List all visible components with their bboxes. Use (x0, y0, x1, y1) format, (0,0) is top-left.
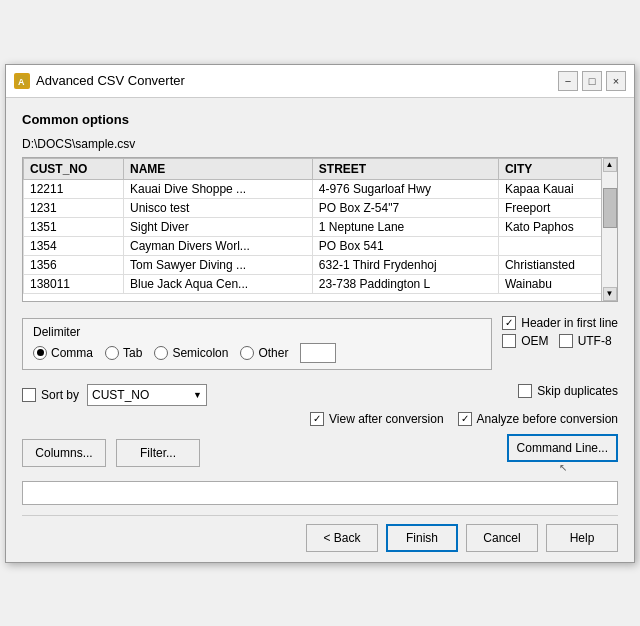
table-cell: 1354 (24, 236, 124, 255)
bottom-buttons: < Back Finish Cancel Help (22, 515, 618, 552)
table-cell: 4-976 Sugarloaf Hwy (312, 179, 498, 198)
header-in-first-line-label: Header in first line (521, 316, 618, 330)
table-cell: Kapaa Kauai (498, 179, 616, 198)
delimiter-label: Delimiter (33, 325, 481, 339)
table-cell: 138011 (24, 274, 124, 293)
scroll-up-arrow[interactable]: ▲ (603, 158, 617, 172)
radio-other[interactable]: Other (240, 346, 288, 360)
radio-semicolon-label: Semicolon (172, 346, 228, 360)
table-cell: Freeport (498, 198, 616, 217)
table-cell: Christiansted (498, 255, 616, 274)
finish-button[interactable]: Finish (386, 524, 458, 552)
table-row: 12211Kauai Dive Shoppe ...4-976 Sugarloa… (24, 179, 617, 198)
radio-tab[interactable]: Tab (105, 346, 142, 360)
table-cell: 23-738 Paddington L (312, 274, 498, 293)
title-bar: A Advanced CSV Converter − □ × (6, 65, 634, 98)
table-cell: 12211 (24, 179, 124, 198)
minimize-button[interactable]: − (558, 71, 578, 91)
close-button[interactable]: × (606, 71, 626, 91)
table-cell: PO Box 541 (312, 236, 498, 255)
utf8-option[interactable]: UTF-8 (559, 334, 612, 348)
table-cell: 1356 (24, 255, 124, 274)
sort-by-label: Sort by (41, 388, 79, 402)
oem-option[interactable]: OEM (502, 334, 548, 348)
app-icon: A (14, 73, 30, 89)
svg-text:A: A (18, 77, 25, 87)
delimiter-radio-group: Comma Tab Semicolon Other (33, 343, 481, 363)
sort-by-dropdown[interactable]: CUST_NO ▼ (87, 384, 207, 406)
filter-button[interactable]: Filter... (116, 439, 200, 467)
data-table: CUST_NO NAME STREET CITY 12211Kauai Dive… (23, 158, 617, 294)
oem-checkbox[interactable] (502, 334, 516, 348)
radio-semicolon-circle[interactable] (154, 346, 168, 360)
oem-label: OEM (521, 334, 548, 348)
table-row: 1231Unisco testPO Box Z-54"7Freeport (24, 198, 617, 217)
header-in-first-line-checkbox[interactable] (502, 316, 516, 330)
scroll-down-arrow[interactable]: ▼ (603, 287, 617, 301)
col-header-street: STREET (312, 158, 498, 179)
utf8-checkbox[interactable] (559, 334, 573, 348)
command-line-button[interactable]: Command Line... (507, 434, 618, 462)
vertical-scrollbar[interactable]: ▲ ▼ (601, 158, 617, 301)
right-options-row: Skip duplicates (518, 384, 618, 398)
section-title: Common options (22, 112, 618, 127)
table-cell: Unisco test (124, 198, 313, 217)
file-path: D:\DOCS\sample.csv (22, 137, 618, 151)
table-cell: Blue Jack Aqua Cen... (124, 274, 313, 293)
analyze-before-conversion-checkbox[interactable] (458, 412, 472, 426)
other-delimiter-input[interactable] (300, 343, 336, 363)
table-row: 1354Cayman Divers Worl...PO Box 541 (24, 236, 617, 255)
table-cell: 1351 (24, 217, 124, 236)
analyze-before-conversion-label: Analyze before conversion (477, 412, 618, 426)
sort-by-selected: CUST_NO (92, 388, 149, 402)
right-checkboxes: Header in first line OEM UTF-8 (502, 310, 618, 348)
window-title: Advanced CSV Converter (36, 73, 558, 88)
table-row: 1356Tom Sawyer Diving ...632-1 Third Fry… (24, 255, 617, 274)
sort-by-option[interactable]: Sort by (22, 388, 79, 402)
cursor-icon: ↖ (559, 462, 567, 473)
horizontal-scrollbar[interactable]: ◄ ► (23, 301, 617, 302)
skip-duplicates-checkbox[interactable] (518, 384, 532, 398)
conversion-options-row: View after conversion Analyze before con… (22, 412, 618, 426)
view-after-conversion-option[interactable]: View after conversion (310, 412, 444, 426)
col-header-name: NAME (124, 158, 313, 179)
analyze-before-conversion-option[interactable]: Analyze before conversion (458, 412, 618, 426)
table-cell: PO Box Z-54"7 (312, 198, 498, 217)
radio-tab-circle[interactable] (105, 346, 119, 360)
skip-duplicates-option[interactable]: Skip duplicates (518, 384, 618, 398)
table-cell: 632-1 Third Frydenhoj (312, 255, 498, 274)
main-content: Common options D:\DOCS\sample.csv CUST_N… (6, 98, 634, 562)
table-cell: Cayman Divers Worl... (124, 236, 313, 255)
maximize-button[interactable]: □ (582, 71, 602, 91)
back-button[interactable]: < Back (306, 524, 378, 552)
sort-by-checkbox[interactable] (22, 388, 36, 402)
radio-comma[interactable]: Comma (33, 346, 93, 360)
status-bar (22, 481, 618, 505)
window-controls: − □ × (558, 71, 626, 91)
help-button[interactable]: Help (546, 524, 618, 552)
table-cell: Wainabu (498, 274, 616, 293)
cancel-button[interactable]: Cancel (466, 524, 538, 552)
columns-button[interactable]: Columns... (22, 439, 106, 467)
action-buttons-row: Columns... Filter... Command Line... ↖ (22, 434, 618, 473)
scrollbar-track-h[interactable] (37, 301, 603, 302)
header-in-first-line-option[interactable]: Header in first line (502, 316, 618, 330)
radio-comma-circle[interactable] (33, 346, 47, 360)
delimiter-section: Delimiter Comma Tab Semicolon (22, 318, 492, 370)
encoding-options-row: OEM UTF-8 (502, 334, 618, 348)
csv-preview-table: CUST_NO NAME STREET CITY 12211Kauai Dive… (22, 157, 618, 302)
radio-other-circle[interactable] (240, 346, 254, 360)
radio-comma-label: Comma (51, 346, 93, 360)
col-header-cust-no: CUST_NO (24, 158, 124, 179)
view-after-conversion-checkbox[interactable] (310, 412, 324, 426)
scrollbar-thumb-v[interactable] (603, 188, 617, 228)
table-cell: Kato Paphos (498, 217, 616, 236)
col-header-city: CITY (498, 158, 616, 179)
radio-semicolon[interactable]: Semicolon (154, 346, 228, 360)
table-cell: Kauai Dive Shoppe ... (124, 179, 313, 198)
utf8-label: UTF-8 (578, 334, 612, 348)
table-cell: 1231 (24, 198, 124, 217)
table-row: 1351Sight Diver1 Neptune LaneKato Paphos (24, 217, 617, 236)
skip-duplicates-label: Skip duplicates (537, 384, 618, 398)
table-cell: Sight Diver (124, 217, 313, 236)
